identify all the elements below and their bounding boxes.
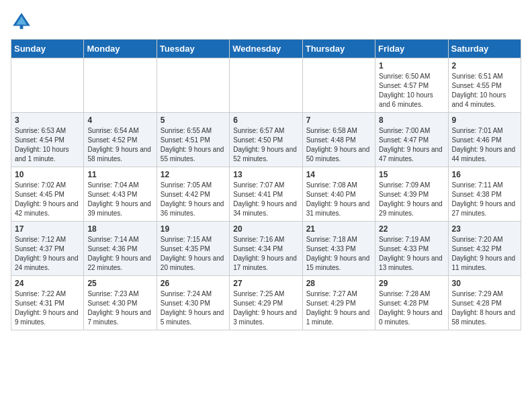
calendar-day-cell: 23Sunrise: 7:20 AM Sunset: 4:32 PM Dayli…	[448, 222, 521, 276]
day-number: 16	[452, 170, 517, 179]
day-number: 11	[87, 170, 152, 179]
calendar-day-cell: 16Sunrise: 7:11 AM Sunset: 4:38 PM Dayli…	[448, 167, 521, 222]
calendar-day-header: Tuesday	[157, 40, 229, 58]
day-number: 3	[15, 116, 80, 125]
calendar-day-cell: 12Sunrise: 7:05 AM Sunset: 4:42 PM Dayli…	[157, 167, 229, 222]
day-number: 27	[233, 279, 298, 288]
calendar-day-cell: 15Sunrise: 7:09 AM Sunset: 4:39 PM Dayli…	[375, 167, 448, 222]
day-info: Sunrise: 7:08 AM Sunset: 4:40 PM Dayligh…	[306, 181, 371, 218]
day-number: 19	[161, 224, 226, 234]
calendar-day-cell	[230, 58, 302, 113]
day-info: Sunrise: 7:18 AM Sunset: 4:33 PM Dayligh…	[306, 235, 371, 273]
logo	[11, 11, 35, 32]
day-number: 26	[161, 279, 226, 288]
day-info: Sunrise: 6:51 AM Sunset: 4:55 PM Dayligh…	[452, 72, 517, 109]
calendar-week-row: 1Sunrise: 6:50 AM Sunset: 4:57 PM Daylig…	[11, 58, 521, 113]
calendar-day-cell: 21Sunrise: 7:18 AM Sunset: 4:33 PM Dayli…	[302, 222, 375, 276]
day-info: Sunrise: 7:12 AM Sunset: 4:37 PM Dayligh…	[15, 235, 80, 273]
calendar-day-cell: 7Sunrise: 6:58 AM Sunset: 4:48 PM Daylig…	[302, 113, 375, 167]
calendar-day-cell: 3Sunrise: 6:53 AM Sunset: 4:54 PM Daylig…	[11, 113, 84, 167]
day-number: 15	[379, 170, 444, 179]
day-info: Sunrise: 7:15 AM Sunset: 4:35 PM Dayligh…	[161, 235, 226, 273]
calendar-day-cell: 19Sunrise: 7:15 AM Sunset: 4:35 PM Dayli…	[157, 222, 229, 276]
logo-icon	[11, 11, 32, 32]
day-number: 18	[87, 224, 152, 234]
calendar-day-header: Saturday	[448, 40, 521, 58]
day-number: 2	[452, 61, 517, 71]
calendar-week-row: 17Sunrise: 7:12 AM Sunset: 4:37 PM Dayli…	[11, 222, 521, 276]
calendar-day-cell: 10Sunrise: 7:02 AM Sunset: 4:45 PM Dayli…	[11, 167, 84, 222]
calendar-day-header: Thursday	[302, 40, 375, 58]
svg-rect-2	[20, 25, 24, 29]
day-info: Sunrise: 7:02 AM Sunset: 4:45 PM Dayligh…	[15, 181, 80, 218]
calendar-day-cell: 22Sunrise: 7:19 AM Sunset: 4:33 PM Dayli…	[375, 222, 448, 276]
day-number: 5	[161, 116, 226, 125]
day-info: Sunrise: 6:55 AM Sunset: 4:51 PM Dayligh…	[161, 126, 226, 164]
day-number: 22	[379, 224, 444, 234]
calendar-day-cell: 2Sunrise: 6:51 AM Sunset: 4:55 PM Daylig…	[448, 58, 521, 113]
day-info: Sunrise: 6:53 AM Sunset: 4:54 PM Dayligh…	[15, 126, 80, 164]
calendar-day-cell: 11Sunrise: 7:04 AM Sunset: 4:43 PM Dayli…	[84, 167, 157, 222]
day-info: Sunrise: 6:58 AM Sunset: 4:48 PM Dayligh…	[306, 126, 371, 164]
calendar-day-cell: 8Sunrise: 7:00 AM Sunset: 4:47 PM Daylig…	[375, 113, 448, 167]
day-number: 28	[306, 279, 371, 288]
day-info: Sunrise: 7:24 AM Sunset: 4:30 PM Dayligh…	[161, 289, 226, 327]
calendar-day-cell: 17Sunrise: 7:12 AM Sunset: 4:37 PM Dayli…	[11, 222, 84, 276]
calendar-day-cell	[11, 58, 84, 113]
calendar-day-header: Friday	[375, 40, 448, 58]
calendar-week-row: 3Sunrise: 6:53 AM Sunset: 4:54 PM Daylig…	[11, 113, 521, 167]
day-info: Sunrise: 7:28 AM Sunset: 4:28 PM Dayligh…	[379, 289, 444, 327]
calendar-day-cell: 4Sunrise: 6:54 AM Sunset: 4:52 PM Daylig…	[84, 113, 157, 167]
day-number: 9	[452, 116, 517, 125]
day-number: 8	[379, 116, 444, 125]
day-info: Sunrise: 7:25 AM Sunset: 4:29 PM Dayligh…	[233, 289, 298, 327]
day-number: 7	[306, 116, 371, 125]
day-info: Sunrise: 7:01 AM Sunset: 4:46 PM Dayligh…	[452, 126, 517, 164]
day-info: Sunrise: 6:50 AM Sunset: 4:57 PM Dayligh…	[379, 72, 444, 109]
calendar-day-cell	[84, 58, 157, 113]
calendar-day-cell: 25Sunrise: 7:23 AM Sunset: 4:30 PM Dayli…	[84, 276, 157, 330]
page-header	[11, 11, 521, 32]
day-number: 12	[161, 170, 226, 179]
calendar-day-cell: 5Sunrise: 6:55 AM Sunset: 4:51 PM Daylig…	[157, 113, 229, 167]
calendar-day-cell: 14Sunrise: 7:08 AM Sunset: 4:40 PM Dayli…	[302, 167, 375, 222]
day-info: Sunrise: 7:29 AM Sunset: 4:28 PM Dayligh…	[452, 289, 517, 327]
calendar-day-cell: 13Sunrise: 7:07 AM Sunset: 4:41 PM Dayli…	[230, 167, 302, 222]
calendar-header-row: SundayMondayTuesdayWednesdayThursdayFrid…	[11, 40, 521, 58]
calendar-day-header: Sunday	[11, 40, 84, 58]
day-info: Sunrise: 7:27 AM Sunset: 4:29 PM Dayligh…	[306, 289, 371, 327]
day-info: Sunrise: 7:04 AM Sunset: 4:43 PM Dayligh…	[87, 181, 152, 218]
calendar-day-cell: 6Sunrise: 6:57 AM Sunset: 4:50 PM Daylig…	[230, 113, 302, 167]
day-info: Sunrise: 7:05 AM Sunset: 4:42 PM Dayligh…	[161, 181, 226, 218]
calendar-day-header: Monday	[84, 40, 157, 58]
day-number: 21	[306, 224, 371, 234]
calendar-week-row: 24Sunrise: 7:22 AM Sunset: 4:31 PM Dayli…	[11, 276, 521, 330]
day-number: 10	[15, 170, 80, 179]
day-number: 4	[87, 116, 152, 125]
day-info: Sunrise: 7:00 AM Sunset: 4:47 PM Dayligh…	[379, 126, 444, 164]
calendar-day-cell: 30Sunrise: 7:29 AM Sunset: 4:28 PM Dayli…	[448, 276, 521, 330]
day-number: 6	[233, 116, 298, 125]
calendar-day-header: Wednesday	[230, 40, 302, 58]
day-info: Sunrise: 7:22 AM Sunset: 4:31 PM Dayligh…	[15, 289, 80, 327]
calendar-day-cell: 1Sunrise: 6:50 AM Sunset: 4:57 PM Daylig…	[375, 58, 448, 113]
calendar-week-row: 10Sunrise: 7:02 AM Sunset: 4:45 PM Dayli…	[11, 167, 521, 222]
day-info: Sunrise: 7:23 AM Sunset: 4:30 PM Dayligh…	[87, 289, 152, 327]
day-info: Sunrise: 7:20 AM Sunset: 4:32 PM Dayligh…	[452, 235, 517, 273]
calendar-day-cell: 27Sunrise: 7:25 AM Sunset: 4:29 PM Dayli…	[230, 276, 302, 330]
day-number: 20	[233, 224, 298, 234]
calendar-table: SundayMondayTuesdayWednesdayThursdayFrid…	[11, 39, 521, 330]
calendar-day-cell: 9Sunrise: 7:01 AM Sunset: 4:46 PM Daylig…	[448, 113, 521, 167]
calendar-day-cell: 28Sunrise: 7:27 AM Sunset: 4:29 PM Dayli…	[302, 276, 375, 330]
day-info: Sunrise: 6:54 AM Sunset: 4:52 PM Dayligh…	[87, 126, 152, 164]
day-number: 13	[233, 170, 298, 179]
day-info: Sunrise: 6:57 AM Sunset: 4:50 PM Dayligh…	[233, 126, 298, 164]
day-info: Sunrise: 7:14 AM Sunset: 4:36 PM Dayligh…	[87, 235, 152, 273]
day-number: 1	[379, 61, 444, 71]
day-number: 14	[306, 170, 371, 179]
calendar-day-cell	[157, 58, 229, 113]
day-number: 17	[15, 224, 80, 234]
calendar-day-cell: 29Sunrise: 7:28 AM Sunset: 4:28 PM Dayli…	[375, 276, 448, 330]
day-info: Sunrise: 7:16 AM Sunset: 4:34 PM Dayligh…	[233, 235, 298, 273]
calendar-day-cell: 26Sunrise: 7:24 AM Sunset: 4:30 PM Dayli…	[157, 276, 229, 330]
